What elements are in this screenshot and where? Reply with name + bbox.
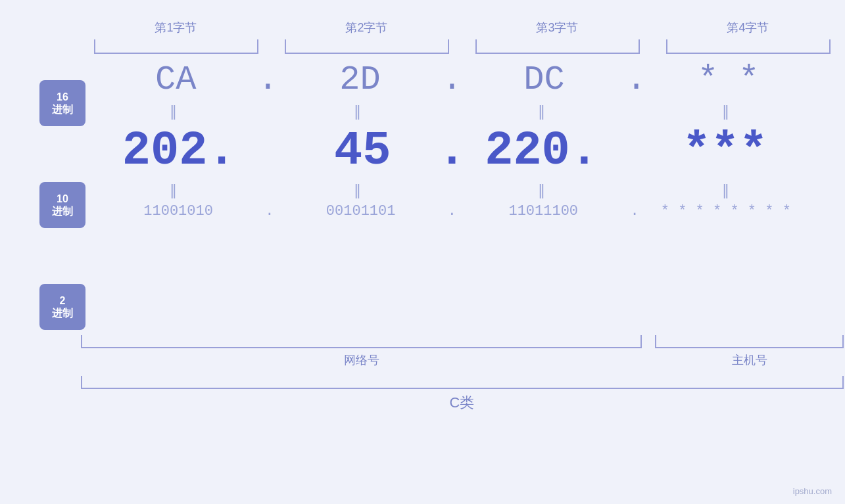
bin-dot2: . [448, 203, 456, 219]
eq2-1: ‖ [104, 182, 249, 199]
eq1-2: ‖ [288, 103, 433, 120]
main-container: 第1字节 第2字节 第3字节 第4字节 16进制 10进制 2进制 CA . 2… [0, 0, 845, 504]
col-header-3-label: 第3字节 [536, 21, 578, 34]
hex-v1: CA [103, 60, 248, 99]
eq1-1: ‖ [104, 103, 249, 120]
bin-v3: 11011100 [471, 203, 616, 219]
equals-row-2: ‖ ‖ ‖ ‖ [99, 182, 806, 199]
eq2-4: ‖ [656, 182, 801, 199]
dec-v2: 45 [303, 124, 422, 178]
bin-dot1: . [265, 203, 274, 219]
bin-dot3: . [630, 203, 639, 219]
hex-dot1: . [258, 60, 278, 99]
hex-v3: DC [472, 60, 617, 99]
dec-dot2: . [438, 124, 466, 178]
col-header-3: 第3字节 [462, 20, 653, 54]
content-area: 16进制 10进制 2进制 CA . 2D . DC . * * ‖ ‖ [39, 60, 806, 330]
col-header-2-label: 第2字节 [345, 21, 387, 34]
class-label: C类 [81, 393, 844, 413]
watermark: ipshu.com [793, 486, 832, 496]
row-labels: 16进制 10进制 2进制 [39, 60, 85, 330]
equals-row-1: ‖ ‖ ‖ ‖ [99, 103, 806, 120]
eq1-4: ‖ [656, 103, 801, 120]
hex-v2: 2D [287, 60, 432, 99]
data-grid: CA . 2D . DC . * * ‖ ‖ ‖ ‖ 202. [99, 60, 806, 219]
network-label: 网络号 [81, 352, 643, 368]
host-label: 主机号 [656, 352, 844, 368]
hex-v4: * * [656, 60, 801, 99]
dec-row: 202. 45 . 220. *** [99, 124, 806, 178]
column-headers: 第1字节 第2字节 第3字节 第4字节 [81, 20, 844, 54]
hex-row: CA . 2D . DC . * * [99, 60, 806, 99]
bottom-section: 网络号 主机号 [81, 335, 844, 368]
dec-label: 10进制 [39, 182, 85, 228]
dec-v3: 220. [483, 124, 601, 178]
dec-v4: *** [653, 124, 798, 178]
class-section: C类 [81, 376, 844, 413]
bracket-row [81, 335, 844, 348]
col-header-2: 第2字节 [272, 20, 462, 54]
class-bracket [81, 376, 844, 389]
host-bracket [655, 335, 844, 348]
hex-label: 16进制 [39, 80, 85, 126]
bin-v4: * * * * * * * * [654, 203, 798, 219]
bin-label: 2进制 [39, 284, 85, 330]
col-header-4-label: 第4字节 [727, 21, 769, 34]
bin-v1: 11001010 [106, 203, 251, 219]
eq1-3: ‖ [472, 103, 617, 120]
eq2-3: ‖ [472, 182, 617, 199]
dec-v1: 202. [107, 124, 251, 178]
col-header-1: 第1字节 [81, 20, 272, 54]
label-row: 网络号 主机号 [81, 352, 844, 368]
col-header-1-label: 第1字节 [155, 21, 197, 34]
network-bracket [81, 335, 642, 348]
eq2-2: ‖ [288, 182, 433, 199]
hex-dot3: . [626, 60, 646, 99]
bin-row: 11001010 . 00101101 . 11011100 . * * * *… [99, 203, 806, 219]
col-header-4: 第4字节 [653, 20, 844, 54]
bin-v2: 00101101 [289, 203, 433, 219]
hex-dot2: . [442, 60, 462, 99]
